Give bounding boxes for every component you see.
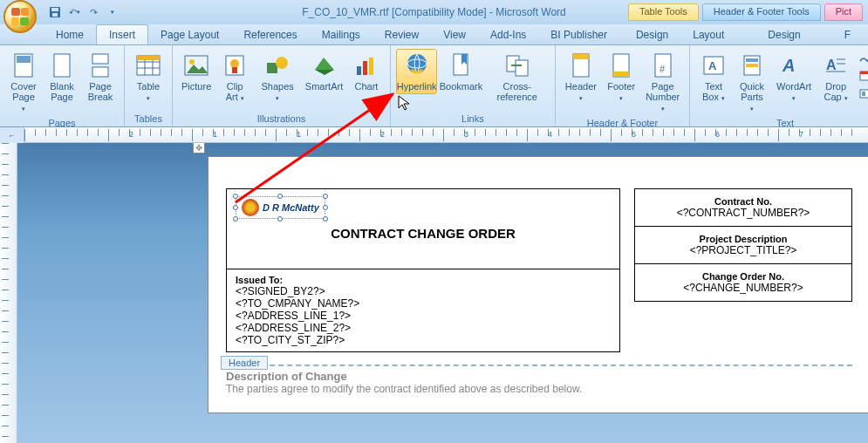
smartart-button[interactable]: SmartArt xyxy=(302,49,346,94)
svg-rect-21 xyxy=(357,66,361,75)
hyperlink-icon xyxy=(403,51,431,79)
desc-of-change-title: Description of Change xyxy=(226,370,852,383)
quick-access-toolbar: ↶▾ ↷ ▾ xyxy=(47,4,120,20)
page-number-button[interactable]: #Page Number ▾ xyxy=(641,49,684,117)
clip-art-button[interactable]: Clip Art ▾ xyxy=(216,49,253,106)
document-page: ✥ D R McNatty CONTRACT xyxy=(208,156,868,413)
table-right-column: Contract No. <?CONTRACT_NUMBER?> Project… xyxy=(634,188,852,352)
tab-review[interactable]: Review xyxy=(372,25,431,44)
chart-icon xyxy=(352,51,380,79)
header-tag[interactable]: Header xyxy=(221,356,268,370)
svg-point-17 xyxy=(230,59,239,68)
clip-art-icon xyxy=(221,51,249,79)
group-links: Hyperlink Bookmark Cross-reference Links xyxy=(391,45,556,126)
tab-insert[interactable]: Insert xyxy=(96,24,148,44)
tab-addins[interactable]: Add-Ins xyxy=(478,25,538,44)
tab-mailings[interactable]: Mailings xyxy=(310,25,372,44)
signature-line-icon[interactable] xyxy=(858,51,868,66)
svg-rect-28 xyxy=(516,60,528,76)
wordart-button[interactable]: AWordArt ▾ xyxy=(772,49,816,106)
undo-icon[interactable]: ↶▾ xyxy=(66,4,82,20)
issued-line: <?ADDRESS_LINE_1?> xyxy=(236,310,611,322)
page-break-button[interactable]: Page Break xyxy=(82,49,119,105)
ruler-corner[interactable]: ⌐ xyxy=(0,127,24,143)
tab-table-design[interactable]: Design xyxy=(624,25,680,44)
cross-reference-icon xyxy=(503,51,531,79)
tab-page-layout[interactable]: Page Layout xyxy=(148,25,231,44)
svg-rect-4 xyxy=(17,56,31,63)
tab-references[interactable]: References xyxy=(231,25,309,44)
svg-point-20 xyxy=(276,57,288,69)
tab-table-layout[interactable]: Layout xyxy=(680,25,736,44)
svg-text:A: A xyxy=(826,58,837,72)
ribbon: Cover Page ▾ Blank Page Page Break Pages… xyxy=(0,45,868,127)
header-boundary: Header Description of Change The parties… xyxy=(226,365,852,395)
svg-rect-18 xyxy=(232,67,237,73)
drop-cap-icon: A xyxy=(822,51,850,79)
text-small-buttons xyxy=(856,49,868,103)
table-move-handle[interactable]: ✥ xyxy=(193,143,205,153)
redo-icon[interactable]: ↷ xyxy=(85,4,101,20)
hyperlink-button[interactable]: Hyperlink xyxy=(396,49,437,94)
cover-page-button[interactable]: Cover Page ▾ xyxy=(5,49,42,117)
context-tab-table-tools: Table Tools xyxy=(628,3,699,21)
picture-icon xyxy=(182,51,210,79)
quick-parts-button[interactable]: Quick Parts ▾ xyxy=(734,49,770,117)
chart-button[interactable]: Chart xyxy=(348,49,385,94)
qat-more-icon[interactable]: ▾ xyxy=(105,4,120,20)
svg-rect-13 xyxy=(137,56,160,60)
date-time-icon[interactable] xyxy=(858,68,868,84)
svg-rect-38 xyxy=(746,58,758,62)
issued-line: <?SIGNED_BY2?> xyxy=(236,285,611,297)
svg-rect-39 xyxy=(746,64,758,67)
header-button[interactable]: Header ▾ xyxy=(561,49,601,106)
window-title: F_CO_10_VMR.rtf [Compatibility Mode] - M… xyxy=(302,6,566,18)
issued-line: <?TO_CMPANY_NAME?> xyxy=(236,297,611,310)
footer-button[interactable]: Footer ▾ xyxy=(603,49,640,106)
svg-rect-32 xyxy=(613,72,629,77)
table-left-column: D R McNatty CONTRACT CHANGE ORDER Issued… xyxy=(226,188,620,352)
object-icon[interactable] xyxy=(858,85,868,101)
svg-text:A: A xyxy=(708,59,717,72)
page-break-icon xyxy=(86,51,114,79)
office-button[interactable] xyxy=(3,0,37,33)
tab-bi-publisher[interactable]: BI Publisher xyxy=(538,25,619,44)
svg-rect-1 xyxy=(51,8,58,11)
table-button[interactable]: Table ▾ xyxy=(130,49,167,106)
drop-cap-button[interactable]: ADrop Cap ▾ xyxy=(817,49,854,106)
shapes-button[interactable]: Shapes ▾ xyxy=(255,49,300,106)
tab-hf-design[interactable]: Design xyxy=(755,25,812,44)
vertical-ruler[interactable] xyxy=(0,143,17,443)
desc-of-change-body: The parties agree to modify the contract… xyxy=(226,383,852,395)
logo-image-selected[interactable]: D R McNatty xyxy=(236,196,325,219)
text-box-button[interactable]: AText Box ▾ xyxy=(695,49,732,106)
title-bar: ↶▾ ↷ ▾ F_CO_10_VMR.rtf [Compatibility Mo… xyxy=(0,0,868,24)
cross-reference-button[interactable]: Cross-reference xyxy=(485,49,550,105)
save-icon[interactable] xyxy=(47,4,63,20)
svg-rect-5 xyxy=(54,54,70,77)
group-label-tables: Tables xyxy=(130,112,167,125)
doc-main-title: CONTRACT CHANGE ORDER xyxy=(236,219,611,253)
group-illustrations: Picture Clip Art ▾ Shapes ▾ SmartArt Cha… xyxy=(173,45,391,126)
blank-page-button[interactable]: Blank Page xyxy=(44,49,80,105)
contract-no-cell: Contract No. <?CONTRACT_NUMBER?> xyxy=(634,188,852,227)
picture-button[interactable]: Picture xyxy=(178,49,215,94)
document-scroll-pane[interactable]: ✥ D R McNatty CONTRACT xyxy=(17,143,868,443)
group-pages: Cover Page ▾ Blank Page Page Break Pages xyxy=(0,45,125,126)
logo-text: D R McNatty xyxy=(263,202,319,213)
ruler-area: ⌐ 211234567 xyxy=(0,127,868,143)
svg-rect-22 xyxy=(363,61,367,75)
svg-rect-6 xyxy=(92,54,108,64)
group-header-footer: Header ▾ Footer ▾ #Page Number ▾ Header … xyxy=(556,45,690,126)
svg-text:#: # xyxy=(660,64,666,74)
bookmark-button[interactable]: Bookmark xyxy=(439,49,482,94)
svg-text:A: A xyxy=(782,56,795,75)
header-icon xyxy=(567,51,595,79)
svg-point-15 xyxy=(189,59,195,65)
horizontal-ruler[interactable]: 211234567 xyxy=(24,127,868,142)
tab-picture-format[interactable]: F xyxy=(832,25,863,44)
tab-home[interactable]: Home xyxy=(44,25,96,44)
group-text: AText Box ▾ Quick Parts ▾ AWordArt ▾ ADr… xyxy=(690,45,868,126)
svg-rect-46 xyxy=(860,72,868,74)
tab-view[interactable]: View xyxy=(431,25,478,44)
